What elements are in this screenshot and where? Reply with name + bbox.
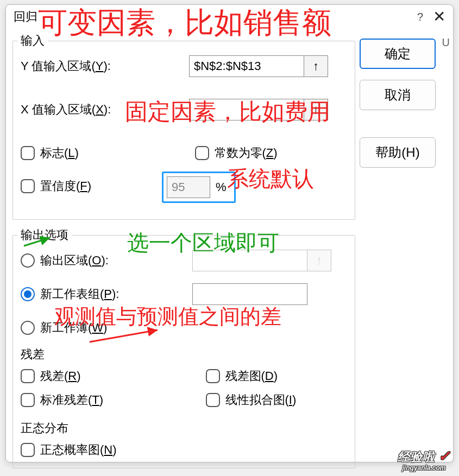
x-range-label: X 值输入区域(X): — [21, 101, 140, 118]
flag-label: 标志(L) — [40, 145, 79, 161]
normal-title: 正态分布 — [21, 420, 347, 436]
new-sheet-input[interactable] — [193, 284, 307, 304]
output-range-label: 输出区域(O): — [40, 252, 149, 269]
std-residual-checkbox-row: 标准残差(T) — [21, 392, 162, 408]
output-group: 输出选项 输出区域(O): ↑ 新工作表组(P): — [12, 235, 355, 468]
output-range-field: ↑ — [192, 250, 331, 271]
x-range-row: X 值输入区域(X): ↑ — [21, 99, 347, 120]
output-range-radio[interactable] — [21, 253, 35, 268]
percent-label: % — [216, 180, 227, 194]
new-workbook-radio[interactable] — [21, 321, 35, 335]
y-range-label: Y 值输入区域(Y): — [21, 58, 140, 74]
new-sheet-row: 新工作表组(P): — [21, 283, 347, 305]
up-arrow-icon: ↑ — [313, 59, 319, 73]
confidence-highlight-box: % — [162, 172, 236, 203]
cancel-button[interactable]: 取消 — [360, 80, 436, 110]
input-group: 输入 Y 值输入区域(Y): ↑ X 值输入区域(X): — [12, 41, 355, 220]
up-arrow-icon: ↑ — [313, 103, 319, 117]
x-range-ref-button[interactable]: ↑ — [304, 99, 328, 120]
line-fit-label: 线性拟合图(I) — [225, 392, 297, 408]
close-icon[interactable]: ✕ — [433, 9, 445, 24]
help-icon[interactable]: ? — [417, 11, 423, 23]
residual-plot-label: 残差图(D) — [225, 368, 278, 384]
y-range-ref-button[interactable]: ↑ — [304, 56, 328, 77]
residual-label: 残差(R) — [40, 368, 81, 384]
y-range-field: ↑ — [189, 55, 328, 77]
help-button[interactable]: 帮助(H) — [360, 137, 436, 168]
right-column: 确定 取消 帮助(H) — [360, 29, 447, 469]
column-letter: U — [442, 36, 450, 49]
output-range-row: 输出区域(O): ↑ — [21, 250, 347, 271]
y-range-row: Y 值输入区域(Y): ↑ — [21, 55, 347, 77]
residual-title: 残差 — [21, 346, 347, 363]
zero-checkbox[interactable] — [195, 146, 209, 160]
watermark: 经验啦✓ jingyanla.com — [398, 448, 450, 472]
watermark-text: 经验啦 — [398, 450, 435, 464]
x-range-input[interactable] — [190, 100, 304, 119]
titlebar-controls: ? ✕ — [417, 9, 445, 24]
zero-label: 常数为零(Z) — [215, 145, 278, 161]
ok-button[interactable]: 确定 — [360, 39, 436, 69]
confidence-input[interactable] — [167, 176, 210, 198]
dialog-title: 回归 — [14, 9, 37, 25]
watermark-url: jingyanla.com — [398, 464, 450, 472]
residual-plot-checkbox[interactable] — [206, 369, 220, 383]
normal-prob-label: 正态概率图(N) — [40, 442, 117, 458]
output-group-title: 输出选项 — [17, 227, 72, 243]
new-workbook-row: 新工作薄(W) — [21, 317, 347, 339]
residual-row-2: 标准残差(T) 线性拟合图(I) — [21, 392, 347, 408]
zero-checkbox-row: 常数为零(Z) — [195, 145, 348, 161]
output-range-ref-button[interactable]: ↑ — [307, 250, 331, 271]
std-residual-label: 标准残差(T) — [40, 392, 103, 408]
output-range-input[interactable] — [193, 251, 307, 270]
flag-checkbox-row: 标志(L) — [21, 145, 173, 161]
flags-row: 标志(L) 常数为零(Z) — [21, 142, 347, 164]
normal-prob-checkbox[interactable] — [21, 443, 35, 457]
std-residual-checkbox[interactable] — [21, 393, 35, 407]
line-fit-checkbox[interactable] — [206, 393, 220, 407]
flag-checkbox[interactable] — [21, 146, 35, 160]
titlebar: 回归 ? ✕ — [6, 5, 453, 29]
residual-checkbox[interactable] — [21, 369, 35, 383]
left-column: 输入 Y 值输入区域(Y): ↑ X 值输入区域(X): — [12, 29, 360, 469]
residual-checkbox-row: 残差(R) — [21, 368, 162, 384]
normal-prob-row: 正态概率图(N) — [21, 442, 347, 458]
residual-plot-checkbox-row: 残差图(D) — [206, 368, 348, 384]
x-range-field: ↑ — [189, 99, 328, 120]
confidence-row: 置信度(F) % — [21, 172, 347, 203]
up-arrow-icon: ↑ — [316, 253, 322, 268]
new-sheet-label: 新工作表组(P): — [40, 286, 149, 302]
dialog-body: 输入 Y 值输入区域(Y): ↑ X 值输入区域(X): — [6, 29, 453, 476]
new-sheet-radio[interactable] — [21, 287, 35, 301]
new-workbook-label: 新工作薄(W) — [40, 320, 107, 336]
new-sheet-field — [192, 283, 307, 305]
y-range-input[interactable] — [190, 56, 304, 76]
regression-dialog: 回归 ? ✕ U 输入 Y 值输入区域(Y): ↑ — [5, 4, 454, 462]
confidence-checkbox[interactable] — [21, 179, 35, 193]
input-group-title: 输入 — [17, 33, 48, 49]
confidence-label: 置信度(F) — [40, 178, 91, 194]
residual-row-1: 残差(R) 残差图(D) — [21, 368, 347, 384]
confidence-checkbox-row: 置信度(F) — [21, 178, 156, 194]
line-fit-checkbox-row: 线性拟合图(I) — [206, 392, 348, 408]
check-icon: ✓ — [438, 448, 450, 464]
